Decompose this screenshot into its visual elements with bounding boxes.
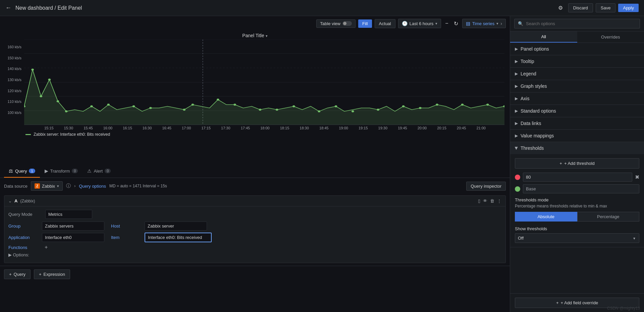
chart-title[interactable]: Panel Title ▾ bbox=[4, 31, 506, 40]
query-item-header: ⌄ A (Zabbix) ▯ 👁 🗑 ⋮ bbox=[4, 196, 505, 206]
zoom-out-icon[interactable]: − bbox=[444, 19, 449, 28]
panel-options-header[interactable]: ▶ Panel options bbox=[510, 43, 644, 55]
tooltip-header[interactable]: ▶ Tooltip bbox=[510, 55, 644, 67]
svg-point-21 bbox=[217, 99, 219, 101]
item-input[interactable] bbox=[145, 233, 212, 242]
options-row[interactable]: ▶ Options: bbox=[8, 250, 501, 259]
show-thresholds-select[interactable]: Off As lines As filled regions bbox=[515, 233, 639, 243]
tab-query[interactable]: ⚖ Query 1 bbox=[4, 165, 40, 178]
table-view-toggle[interactable]: Table view bbox=[316, 19, 356, 28]
value-mappings-header[interactable]: ▶ Value mappings bbox=[510, 130, 644, 142]
query-item-letter: A bbox=[14, 198, 17, 203]
add-query-button[interactable]: + Query bbox=[4, 269, 31, 279]
application-input[interactable] bbox=[42, 233, 104, 242]
y-label-160: 160 kb/s bbox=[7, 45, 21, 49]
percentage-button[interactable]: Percentage bbox=[577, 212, 640, 222]
tooltip-label: Tooltip bbox=[521, 59, 534, 64]
query-mode-label: Query Mode bbox=[8, 212, 42, 217]
search-input[interactable] bbox=[526, 21, 636, 26]
expand-icon[interactable]: › bbox=[74, 184, 75, 188]
settings-icon[interactable]: ⚙ bbox=[555, 3, 566, 13]
legend-label: Zabbix server: Interface eth0: Bits rece… bbox=[34, 132, 110, 137]
actual-button[interactable]: Actual bbox=[375, 19, 395, 28]
group-input[interactable] bbox=[42, 222, 104, 231]
svg-point-32 bbox=[436, 104, 438, 106]
plus-icon: + bbox=[9, 272, 12, 277]
eye-icon[interactable]: 👁 bbox=[483, 198, 487, 203]
threshold-item-base: Base bbox=[515, 184, 639, 193]
add-threshold-button[interactable]: + + Add threshold bbox=[515, 158, 639, 169]
time-range-chevron: ▾ bbox=[435, 21, 437, 26]
data-links-section: ▶ Data links bbox=[510, 117, 644, 130]
threshold-delete-icon[interactable]: ✖ bbox=[635, 174, 639, 180]
query-options-link[interactable]: Query options bbox=[79, 184, 106, 189]
show-thresholds-wrap: Off As lines As filled regions bbox=[515, 233, 639, 243]
svg-point-13 bbox=[57, 100, 59, 102]
x-label: 18:00 bbox=[260, 126, 270, 130]
table-view-label: Table view bbox=[320, 21, 340, 26]
thresholds-mode-title: Thresholds mode bbox=[515, 197, 639, 202]
axis-chevron: ▶ bbox=[515, 96, 518, 101]
tab-alert[interactable]: ⚠ Alert 0 bbox=[83, 165, 115, 178]
query-inspector-button[interactable]: Query inspector bbox=[466, 182, 506, 191]
apply-button[interactable]: Apply bbox=[618, 4, 639, 12]
svg-point-28 bbox=[352, 110, 354, 112]
threshold-color-red[interactable] bbox=[515, 175, 520, 180]
time-series-chevron: ▾ bbox=[496, 21, 498, 26]
query-item-collapse[interactable]: ⌄ bbox=[8, 199, 12, 203]
host-input[interactable] bbox=[145, 222, 207, 231]
value-mappings-label: Value mappings bbox=[521, 133, 554, 138]
svg-point-24 bbox=[276, 109, 278, 111]
time-series-expand[interactable]: › bbox=[500, 21, 502, 26]
tab-transform[interactable]: ▶ Transform 0 bbox=[40, 165, 83, 178]
axis-section: ▶ Axis bbox=[510, 92, 644, 105]
y-label-140: 140 kb/s bbox=[7, 67, 21, 71]
threshold-color-green[interactable] bbox=[515, 186, 520, 192]
datasource-label: Data source bbox=[4, 184, 28, 189]
absolute-button[interactable]: Absolute bbox=[515, 212, 577, 222]
thresholds-header[interactable]: ▶ Thresholds bbox=[510, 142, 644, 154]
svg-point-25 bbox=[292, 105, 295, 107]
svg-point-11 bbox=[40, 95, 42, 97]
back-button[interactable]: ← bbox=[5, 4, 11, 11]
query-item-body: Query Mode Metrics Group Host bbox=[4, 206, 505, 263]
threshold-value-input[interactable] bbox=[523, 173, 632, 182]
drag-icon[interactable]: ⋮ bbox=[497, 198, 501, 203]
query-tabs: ⚖ Query 1 ▶ Transform 0 ⚠ Alert 0 bbox=[0, 165, 510, 178]
discard-button[interactable]: Discard bbox=[568, 3, 593, 12]
graph-styles-header[interactable]: ▶ Graph styles bbox=[510, 80, 644, 92]
chart-title-chevron: ▾ bbox=[266, 34, 268, 38]
svg-point-14 bbox=[65, 110, 68, 112]
time-series-selector[interactable]: ▤ Time series ▾ › bbox=[462, 19, 506, 28]
graph-styles-label: Graph styles bbox=[521, 83, 547, 89]
data-links-header[interactable]: ▶ Data links bbox=[510, 117, 644, 129]
host-label: Host bbox=[111, 224, 145, 229]
info-icon[interactable]: ⓘ bbox=[66, 183, 71, 189]
tab-overrides-button[interactable]: Overrides bbox=[577, 32, 644, 43]
query-mode-select[interactable]: Metrics bbox=[45, 210, 92, 219]
fill-button[interactable]: Fill bbox=[358, 19, 372, 28]
x-label: 19:45 bbox=[398, 126, 407, 130]
legend-header[interactable]: ▶ Legend bbox=[510, 68, 644, 80]
standard-options-chevron: ▶ bbox=[515, 109, 518, 113]
add-expression-button[interactable]: + Expression bbox=[34, 269, 70, 279]
tab-all-button[interactable]: All bbox=[510, 32, 577, 43]
svg-point-34 bbox=[486, 104, 489, 106]
axis-header[interactable]: ▶ Axis bbox=[510, 92, 644, 105]
toggle-dot[interactable] bbox=[342, 21, 352, 26]
delete-icon[interactable]: 🗑 bbox=[490, 198, 494, 203]
x-label: 19:00 bbox=[339, 126, 348, 130]
svg-point-23 bbox=[259, 109, 262, 111]
chart-toolbar: Table view Fill Actual 🕐 Last 6 hours ▾ … bbox=[0, 16, 510, 31]
data-links-chevron: ▶ bbox=[515, 121, 518, 126]
functions-add-icon[interactable]: + bbox=[45, 244, 48, 250]
datasource-select[interactable]: Z Zabbix ▾ bbox=[31, 181, 63, 191]
copy-icon[interactable]: ▯ bbox=[478, 198, 480, 203]
legend-section: ▶ Legend bbox=[510, 68, 644, 80]
time-range-selector[interactable]: 🕐 Last 6 hours ▾ bbox=[398, 19, 441, 28]
all-overrides-tabs: All Overrides bbox=[510, 32, 644, 43]
standard-options-header[interactable]: ▶ Standard options bbox=[510, 105, 644, 117]
refresh-icon[interactable]: ↻ bbox=[452, 19, 460, 28]
zabbix-icon: Z bbox=[35, 183, 40, 189]
save-button[interactable]: Save bbox=[596, 3, 616, 12]
